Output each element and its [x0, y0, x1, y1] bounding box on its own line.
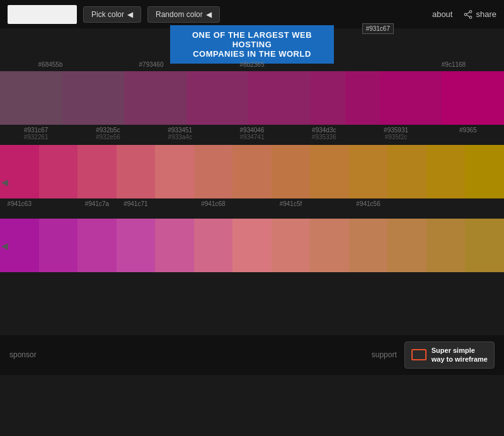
pick-color-label: Pick color: [91, 10, 124, 19]
row1-color-bar: [0, 71, 504, 125]
r3l-941c68: #941c68: [201, 198, 225, 207]
bl-9365: #9365: [459, 125, 477, 134]
swatch-ac8a00[interactable]: [465, 145, 504, 198]
swatch-b0860c[interactable]: [427, 145, 466, 198]
swatch-row4-6[interactable]: [194, 219, 233, 272]
swatch-921c66[interactable]: [311, 71, 345, 125]
about-link[interactable]: about: [432, 9, 453, 19]
row3-labels: #941c63 #941c7a #941c71 #941c68 #941c5f: [0, 198, 504, 219]
swatch-b0006a[interactable]: [442, 71, 504, 125]
label-68455b: #68455b: [0, 60, 101, 71]
r3l-941c7a: #941c7a: [85, 198, 109, 207]
swatch-row4-3[interactable]: [77, 219, 117, 272]
swatch-row4-12[interactable]: [427, 219, 466, 272]
swatch-c07644[interactable]: [272, 145, 311, 198]
left-arrow-2[interactable]: ◀: [1, 177, 8, 187]
left-arrow-4[interactable]: ◀: [1, 241, 8, 251]
bl-933451: #933451: [168, 125, 192, 134]
svg-line-4: [467, 14, 470, 16]
share-label: share: [476, 9, 496, 19]
wireframe-line1: Super simple: [432, 346, 488, 355]
ad-banner[interactable]: ONE OF THE LARGEST WEB HOSTING COMPANIES…: [170, 25, 334, 64]
swatch-c47352[interactable]: [232, 145, 272, 198]
bl-932e56: #932e56: [96, 134, 120, 141]
bl-934741: #934741: [240, 134, 265, 141]
top-area: ONE OF THE LARGEST WEB HOSTING COMPANIES…: [0, 28, 504, 60]
color-preview[interactable]: [8, 5, 77, 24]
bl-933a4c: #933a4c: [168, 134, 192, 141]
wireframe-icon: [411, 349, 427, 360]
label-empty: [302, 60, 403, 71]
swatch-row4-7[interactable]: [232, 219, 272, 272]
header: Pick color ◀ Random color ◀ about share: [0, 0, 504, 28]
bl-935f2c: #935f2c: [385, 134, 408, 141]
row2-color-bar: [0, 145, 504, 198]
swatch-row4-10[interactable]: [349, 219, 388, 272]
bl-935336: #935336: [312, 134, 336, 141]
swatch-852b64[interactable]: [186, 71, 249, 125]
row4-wrapper: ◀: [0, 219, 504, 272]
random-color-arrow: ◀: [206, 10, 212, 19]
label-9c1168: #9c1168: [403, 60, 504, 71]
tooltip-badge: #931c67: [362, 23, 394, 34]
swatch-bc7a36[interactable]: [310, 145, 349, 198]
swatch-793460[interactable]: [124, 71, 186, 125]
swatch-row4-4[interactable]: [117, 219, 156, 272]
swatch-d06d6e[interactable]: [155, 145, 194, 198]
swatch-c4336b[interactable]: [39, 145, 78, 198]
ad-line1: ONE OF THE LARGEST WEB HOSTING: [183, 30, 321, 49]
r3l-941c5f: #941c5f: [280, 198, 302, 207]
sponsor-link[interactable]: sponsor: [9, 350, 37, 359]
footer-right: support Super simple way to wireframe: [372, 341, 495, 369]
r3l-941c71: #941c71: [123, 198, 147, 207]
swatch-8b2365[interactable]: [248, 71, 311, 125]
support-link[interactable]: support: [372, 350, 397, 359]
footer: sponsor support Super simple way to wire…: [0, 335, 504, 375]
swatch-row4-9[interactable]: [310, 219, 349, 272]
svg-point-0: [470, 10, 472, 13]
wireframe-text: Super simple way to wireframe: [432, 346, 488, 364]
swatch-c87060[interactable]: [194, 145, 233, 198]
bl-932261: #932261: [24, 134, 49, 141]
share-icon: [464, 10, 472, 19]
swatch-b4821a[interactable]: [387, 145, 427, 198]
ad-line2: COMPANIES IN THE WORLD: [183, 49, 321, 59]
svg-point-1: [470, 16, 472, 18]
random-color-label: Random color: [156, 10, 203, 19]
r3l-941c63: #941c63: [8, 198, 32, 207]
bl-932b5c: #932b5c: [96, 125, 120, 134]
row1-top-labels: #68455b #793460 #8b2365 #9c1168: [0, 60, 504, 71]
label-8b2365: #8b2365: [202, 60, 302, 71]
svg-point-2: [465, 13, 467, 16]
swatch-row4-11[interactable]: [387, 219, 427, 272]
swatch-c0206a[interactable]: [0, 145, 39, 198]
swatch-row4-8[interactable]: [272, 219, 311, 272]
swatch-row4-5[interactable]: [155, 219, 194, 272]
bl-934d3c: #934d3c: [312, 125, 336, 134]
pick-color-button[interactable]: Pick color ◀: [83, 6, 141, 23]
row1-bottom-labels: #931c67 #932261 #932b5c #932e56 #933451 …: [0, 125, 504, 145]
pick-color-arrow: ◀: [127, 10, 133, 19]
main-area: ONE OF THE LARGEST WEB HOSTING COMPANIES…: [0, 28, 504, 406]
spacer: [0, 272, 504, 335]
color-section-1: #68455b #793460 #8b2365 #9c1168 #931c67 …: [0, 60, 504, 145]
swatch-cc5a6d[interactable]: [117, 145, 156, 198]
wireframe-line2: way to wireframe: [432, 355, 488, 364]
swatch-b87e28[interactable]: [349, 145, 388, 198]
wireframe-ad[interactable]: Super simple way to wireframe: [404, 341, 495, 369]
share-button[interactable]: share: [464, 9, 496, 19]
swatch-68455b[interactable]: [0, 71, 62, 125]
swatch-c8466c[interactable]: [77, 145, 117, 198]
row4-color-bar: [0, 219, 504, 272]
svg-line-3: [467, 12, 470, 14]
bl-934046: #934046: [240, 125, 265, 134]
bl-935931: #935931: [384, 125, 408, 134]
bl-931c67: #931c67: [24, 125, 48, 134]
swatch-6e3e5f[interactable]: [62, 71, 125, 125]
swatch-row4-13[interactable]: [465, 219, 504, 272]
swatch-row4-2[interactable]: [39, 219, 78, 272]
row2-wrapper: ◀ #941c63 #941c7a: [0, 145, 504, 219]
swatch-a50869[interactable]: [380, 71, 442, 125]
random-color-button[interactable]: Random color ◀: [147, 6, 220, 23]
swatch-9c1168[interactable]: [345, 71, 380, 125]
